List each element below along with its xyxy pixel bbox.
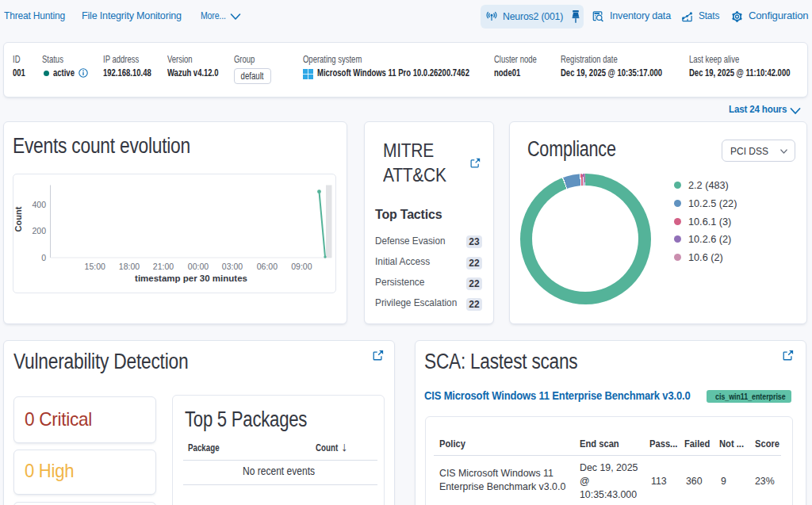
svg-text:21:00: 21:00	[153, 262, 174, 271]
svg-text:15:00: 15:00	[85, 262, 105, 271]
svg-text:09:00: 09:00	[291, 262, 312, 271]
svg-text:18:00: 18:00	[119, 262, 140, 271]
svg-text:Count: Count	[13, 206, 23, 231]
svg-text:0: 0	[41, 253, 46, 262]
svg-text:06:00: 06:00	[257, 262, 278, 271]
svg-text:200: 200	[32, 226, 46, 235]
svg-text:timestamp per 30 minutes: timestamp per 30 minutes	[135, 274, 247, 283]
svg-text:00:00: 00:00	[188, 262, 209, 271]
svg-text:03:00: 03:00	[222, 262, 243, 271]
svg-text:400: 400	[32, 200, 46, 209]
